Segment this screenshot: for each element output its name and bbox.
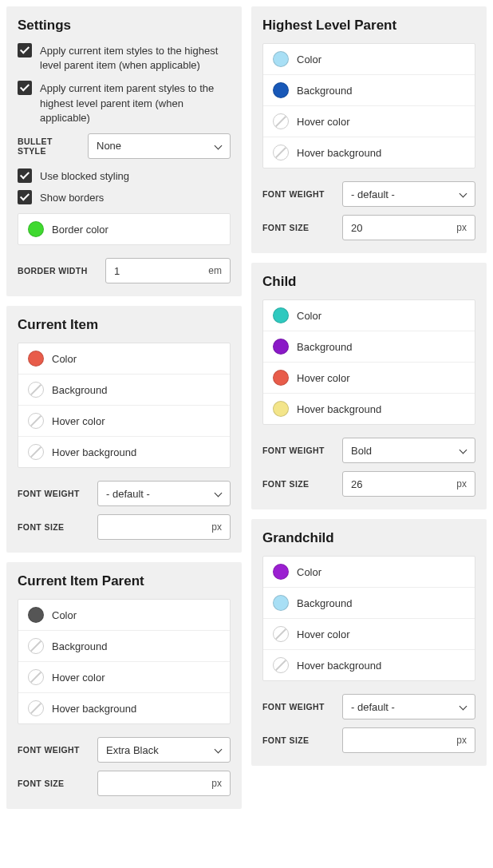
- font-size-input[interactable]: px: [342, 215, 475, 240]
- checkbox-icon[interactable]: [18, 168, 32, 183]
- input-value[interactable]: [114, 265, 203, 277]
- child-panel: Child ColorBackgroundHover colorHover ba…: [251, 263, 487, 509]
- bullet-style-select[interactable]: None: [88, 133, 231, 159]
- field-label: FONT SIZE: [262, 223, 334, 232]
- color-swatch: [273, 657, 289, 673]
- field-label: FONT SIZE: [18, 779, 89, 788]
- checkbox-row-apply-parent[interactable]: Apply current item parent styles to the …: [18, 81, 231, 125]
- color-swatch: [273, 339, 289, 355]
- color-row[interactable]: Background: [263, 588, 475, 619]
- color-row[interactable]: Hover color: [263, 106, 475, 137]
- color-row[interactable]: Hover color: [18, 406, 230, 437]
- color-row[interactable]: Hover background: [263, 394, 475, 424]
- field-label: BORDER WIDTH: [18, 266, 97, 275]
- checkbox-row-blocked-styling[interactable]: Use blocked styling: [18, 168, 231, 184]
- color-swatch: [273, 51, 289, 67]
- font-weight-select[interactable]: - default -: [342, 181, 475, 207]
- checkbox-row-apply-current[interactable]: Apply current item styles to the highest…: [18, 43, 231, 73]
- select-value: - default -: [351, 188, 395, 200]
- field-label: FONT SIZE: [18, 522, 89, 532]
- swatch-label: Color: [297, 310, 321, 322]
- settings-panel: Settings Apply current item styles to th…: [6, 6, 242, 296]
- color-row[interactable]: Hover background: [18, 693, 230, 723]
- color-row[interactable]: Background: [263, 331, 475, 363]
- font-weight-row: FONT WEIGHT - default -: [262, 181, 475, 207]
- checkbox-icon[interactable]: [18, 43, 32, 57]
- font-weight-row: FONT WEIGHT - default -: [262, 694, 475, 719]
- chevron-down-icon: [214, 142, 222, 150]
- color-row[interactable]: Background: [18, 375, 230, 406]
- checkbox-icon[interactable]: [18, 190, 32, 204]
- swatch-label: Hover color: [52, 672, 105, 684]
- color-row[interactable]: Color: [263, 300, 475, 331]
- border-width-input[interactable]: em: [105, 258, 231, 283]
- panel-title: Current Item Parent: [18, 573, 231, 589]
- color-row[interactable]: Color: [263, 557, 475, 588]
- current-item-parent-panel: Current Item Parent ColorBackgroundHover…: [6, 562, 242, 809]
- color-swatch: [273, 564, 289, 580]
- checkbox-icon[interactable]: [18, 81, 32, 95]
- color-swatch: [28, 221, 44, 237]
- input-value[interactable]: [106, 778, 207, 790]
- checkbox-row-show-borders[interactable]: Show borders: [18, 190, 231, 205]
- color-swatch: [273, 145, 289, 161]
- font-size-input[interactable]: px: [342, 727, 475, 753]
- input-value[interactable]: [351, 735, 452, 747]
- color-row[interactable]: Hover background: [18, 437, 230, 467]
- chevron-down-icon: [214, 489, 222, 497]
- font-weight-row: FONT WEIGHT Bold: [262, 438, 475, 463]
- color-row[interactable]: Hover background: [263, 650, 475, 680]
- color-row[interactable]: Hover color: [263, 363, 475, 394]
- font-size-input[interactable]: px: [342, 471, 475, 497]
- color-swatch: [28, 351, 44, 367]
- input-value[interactable]: [106, 521, 207, 533]
- field-label: FONT WEIGHT: [262, 702, 334, 711]
- swatch-label: Hover color: [297, 116, 349, 128]
- field-label: FONT WEIGHT: [18, 745, 89, 755]
- unit-label: px: [207, 778, 222, 789]
- select-value: Extra Black: [106, 744, 159, 756]
- select-value: None: [97, 140, 121, 152]
- color-swatch: [273, 307, 289, 323]
- unit-label: px: [207, 521, 222, 533]
- font-weight-select[interactable]: - default -: [342, 694, 475, 719]
- color-row[interactable]: Hover background: [263, 137, 475, 168]
- swatch-label: Hover background: [52, 446, 136, 458]
- color-row[interactable]: Color: [263, 44, 475, 75]
- font-weight-select[interactable]: - default -: [97, 481, 231, 506]
- swatch-list: ColorBackgroundHover colorHover backgrou…: [262, 43, 475, 168]
- swatch-label: Hover background: [297, 660, 381, 672]
- field-label: FONT SIZE: [262, 735, 334, 745]
- border-color-picker[interactable]: Border color: [18, 213, 231, 245]
- font-size-row: FONT SIZE px: [262, 471, 475, 497]
- swatch-list: ColorBackgroundHover colorHover backgrou…: [262, 556, 475, 681]
- swatch-label: Hover background: [297, 403, 381, 415]
- font-size-input[interactable]: px: [97, 771, 231, 796]
- color-row[interactable]: Hover color: [263, 619, 475, 650]
- field-label: FONT WEIGHT: [18, 489, 89, 498]
- chevron-down-icon: [459, 703, 467, 711]
- swatch-label: Hover color: [297, 628, 349, 640]
- select-value: Bold: [351, 445, 372, 457]
- color-row[interactable]: Color: [18, 600, 230, 631]
- color-row[interactable]: Color: [18, 343, 230, 375]
- color-row[interactable]: Background: [263, 75, 475, 106]
- checkbox-label: Apply current item parent styles to the …: [40, 81, 231, 125]
- color-row[interactable]: Background: [18, 631, 230, 662]
- chevron-down-icon: [459, 446, 467, 454]
- panel-title: Current Item: [18, 317, 231, 333]
- swatch-label: Hover background: [297, 147, 381, 159]
- input-value[interactable]: [351, 222, 452, 234]
- input-value[interactable]: [351, 478, 452, 490]
- font-size-row: FONT SIZE px: [262, 727, 475, 753]
- chevron-down-icon: [459, 190, 467, 198]
- font-size-row: FONT SIZE px: [18, 514, 231, 540]
- swatch-label: Color: [52, 609, 77, 621]
- color-row[interactable]: Hover color: [18, 662, 230, 693]
- font-size-input[interactable]: px: [97, 514, 231, 540]
- swatch-label: Background: [52, 640, 107, 652]
- font-weight-select[interactable]: Extra Black: [97, 737, 231, 763]
- swatch-label: Color: [52, 353, 77, 365]
- current-item-panel: Current Item ColorBackgroundHover colorH…: [6, 306, 242, 553]
- font-weight-select[interactable]: Bold: [342, 438, 475, 463]
